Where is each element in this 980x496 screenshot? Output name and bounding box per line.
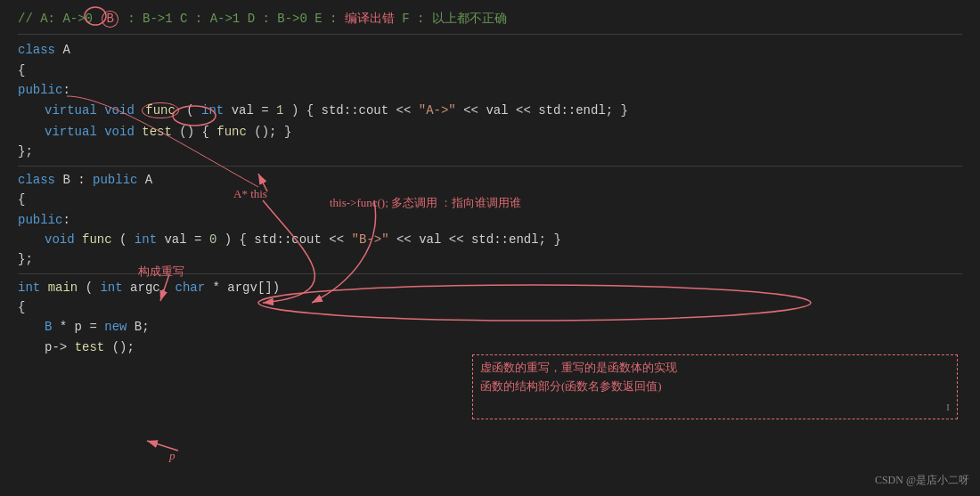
str-a: "A->" — [419, 103, 456, 118]
comment-prefix: // A: A->0 — [18, 12, 100, 26]
func-main: main — [48, 281, 78, 295]
kw-public-a: public — [18, 83, 62, 97]
str-b: "B->" — [352, 232, 389, 247]
num-0: 0 — [209, 232, 216, 247]
annotation-gou-cheng: 构成重写 — [138, 263, 184, 281]
kw-int-2: int — [135, 232, 157, 247]
kw-int-1: int — [201, 103, 224, 118]
compile-error-text: 编译出错 — [345, 12, 395, 26]
kw-public-b: public — [93, 173, 137, 187]
func-b: func — [82, 232, 112, 247]
num-1: 1 — [276, 103, 283, 118]
func-call: func — [216, 125, 247, 139]
kw-virtual-2: virtual — [45, 125, 97, 139]
note-line-2: 函数的结构部分(函数名参数返回值) — [480, 378, 950, 396]
kw-class-b: class — [18, 173, 55, 187]
kw-int-main: int — [18, 281, 40, 295]
kw-b-star: B — [45, 320, 52, 334]
kw-public-b2: public — [18, 213, 62, 227]
main-block: int main ( int argc, char * argv[]) { B … — [18, 278, 962, 358]
kw-void-3: void — [45, 232, 75, 247]
kw-char: char — [176, 281, 206, 295]
comment-f: F : 以上都不正确 — [395, 12, 507, 26]
annotation-p: p — [169, 447, 176, 466]
watermark: CSDN @是店小二呀 — [875, 472, 969, 489]
kw-virtual-1: virtual — [45, 103, 97, 118]
func-test: test — [142, 125, 172, 139]
class-a-block: class A { public: virtual void func ( in… — [18, 40, 962, 161]
annotation-a-star-this: A* this — [233, 185, 267, 204]
kw-int-argc: int — [100, 281, 122, 295]
kw-class-a: class — [18, 43, 55, 57]
class-b-block: class B : public A { public: void func (… — [18, 170, 962, 270]
func-circled-a: func — [142, 102, 179, 119]
annotation-this-func: this->func(); 多态调用 ：指向谁调用谁 — [330, 194, 521, 213]
kw-void-2: void — [104, 125, 135, 139]
note-box: 虚函数的重写，重写的是函数体的实现 函数的结构部分(函数名参数返回值) I — [472, 354, 958, 419]
kw-new: new — [104, 320, 127, 334]
comment-rest: : B->1 C : A->1 D : B->0 E : — [127, 12, 345, 26]
option-b-circled: B — [102, 11, 118, 28]
kw-void-1: void — [104, 103, 135, 118]
func-test-call: test — [75, 340, 105, 354]
note-line-1: 虚函数的重写，重写的是函数体的实现 — [480, 359, 950, 378]
